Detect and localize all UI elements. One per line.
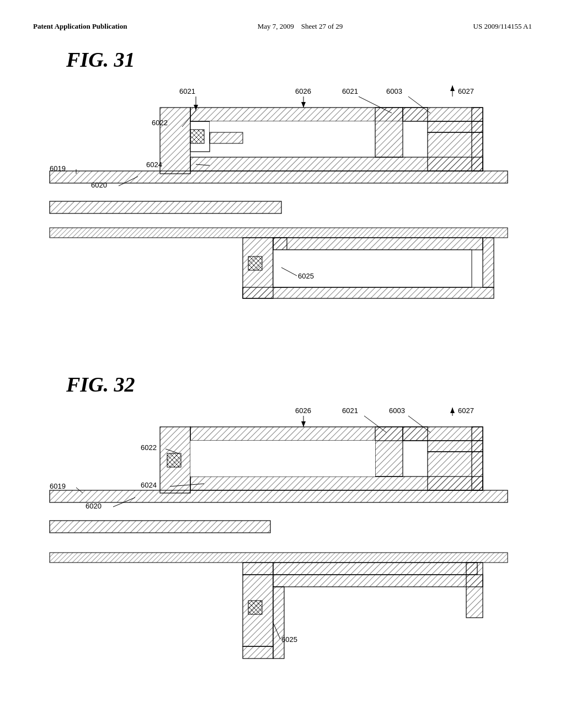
header-date: May 7, 2009 Sheet 27 of 29 [258,22,343,31]
svg-rect-26 [243,287,494,298]
svg-text:6003: 6003 [389,406,405,415]
svg-rect-53 [50,490,508,502]
svg-text:6027: 6027 [458,406,474,415]
svg-rect-64 [210,441,375,451]
svg-rect-18 [50,201,281,213]
svg-marker-91 [450,408,455,413]
svg-rect-6 [160,108,190,174]
svg-rect-25 [483,238,494,287]
svg-text:6025: 6025 [281,635,297,644]
label-6021-tl: 6021 [179,87,195,95]
svg-rect-62 [190,477,483,490]
svg-rect-72 [273,575,483,587]
svg-text:6024: 6024 [146,160,162,169]
svg-marker-38 [301,102,306,108]
svg-rect-57 [375,427,403,477]
svg-rect-8 [190,130,204,143]
svg-rect-67 [243,563,273,575]
svg-rect-17 [190,157,483,171]
svg-text:6021: 6021 [342,406,358,415]
svg-text:6026: 6026 [295,87,311,95]
fig32-svg: 6022 6024 6020 6019 6026 6021 [33,405,530,692]
svg-text:6021: 6021 [342,87,358,95]
svg-rect-12 [375,108,403,157]
figure-31-container: FIG. 31 [33,47,532,350]
svg-rect-70 [273,563,477,575]
svg-text:6027: 6027 [458,87,474,95]
svg-text:6020: 6020 [91,181,107,189]
svg-text:6022: 6022 [152,119,168,127]
svg-text:6024: 6024 [141,481,157,489]
page-header: Patent Application Publication May 7, 20… [33,22,532,31]
svg-text:6019: 6019 [50,164,66,173]
header-right: US 2009/114155 A1 [473,22,532,31]
svg-rect-5 [50,171,508,183]
svg-text:6003: 6003 [386,87,402,95]
svg-rect-73 [243,646,273,659]
svg-marker-45 [450,85,455,91]
fig31-svg: 6021 6022 6024 6020 6019 6026 6021 [33,80,530,350]
svg-rect-11 [210,132,243,143]
page: Patent Application Publication May 7, 20… [0,0,565,728]
svg-rect-19 [50,228,508,238]
figure-32-container: FIG. 32 [33,372,532,692]
svg-marker-84 [301,421,306,427]
figure-32-diagram: 6022 6024 6020 6019 6026 6021 [33,405,532,692]
svg-text:6026: 6026 [295,406,311,415]
svg-text:6020: 6020 [86,502,102,510]
svg-text:6019: 6019 [50,482,66,490]
svg-rect-55 [167,453,181,467]
svg-rect-74 [273,587,284,659]
svg-rect-24 [273,250,472,287]
figure-31-diagram: 6021 6022 6024 6020 6019 6026 6021 [33,80,532,350]
svg-rect-21 [273,238,483,250]
svg-rect-71 [466,563,483,618]
figure-32-title: FIG. 32 [66,372,532,397]
svg-text:6025: 6025 [298,272,314,280]
figure-31-title: FIG. 31 [66,47,532,72]
svg-rect-23 [248,256,262,270]
svg-rect-66 [50,553,508,563]
svg-rect-58 [403,427,483,441]
svg-rect-69 [248,601,262,614]
header-left: Patent Application Publication [33,22,127,31]
svg-rect-13 [403,108,483,121]
svg-text:6022: 6022 [141,443,157,452]
svg-rect-65 [50,521,270,533]
